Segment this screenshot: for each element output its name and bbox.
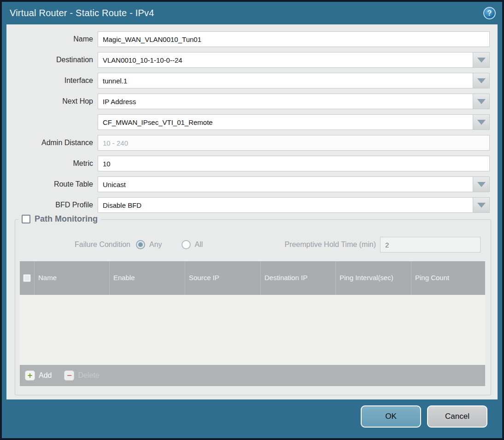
bfd-profile-dropdown-button[interactable]	[473, 198, 489, 212]
preemptive-hold-time-input[interactable]	[380, 237, 481, 252]
destination-label: Destination	[6, 56, 98, 64]
route-table-row: Route Table	[6, 176, 490, 192]
chevron-down-icon	[477, 78, 486, 83]
column-header-ping-interval[interactable]: Ping Interval(sec)	[336, 261, 411, 295]
chevron-down-icon	[477, 58, 486, 63]
table-body	[20, 295, 485, 365]
column-header-destination-ip[interactable]: Destination IP	[261, 261, 336, 295]
preemptive-hold-time-label: Preemptive Hold Time (min)	[285, 241, 376, 249]
destination-dropdown-button[interactable]	[473, 53, 489, 67]
chevron-down-icon	[477, 182, 486, 187]
path-monitoring-table: Name Enable Source IP Destination IP Pin…	[20, 261, 485, 386]
delete-button-label: Delete	[78, 371, 99, 380]
column-header-enable[interactable]: Enable	[110, 261, 185, 295]
path-monitoring-label: Path Monitoring	[35, 214, 98, 224]
failure-condition-label: Failure Condition	[15, 241, 136, 249]
route-table-select[interactable]	[98, 176, 490, 192]
failure-condition-row: Failure Condition Any All Preemptive Hol…	[15, 237, 491, 252]
admin-distance-input[interactable]	[98, 135, 490, 151]
path-monitoring-section: Path Monitoring Failure Condition Any Al…	[15, 219, 491, 395]
failure-condition-all-radio[interactable]	[182, 240, 191, 249]
next-hop-dropdown-button[interactable]	[473, 94, 489, 109]
path-monitoring-legend: Path Monitoring	[18, 214, 101, 224]
bfd-profile-label: BFD Profile	[6, 201, 98, 209]
static-route-dialog: Virtual Router - Static Route - IPv4 ? N…	[0, 0, 504, 440]
delete-button[interactable]: − Delete	[64, 370, 99, 381]
name-input[interactable]	[98, 31, 490, 47]
next-hop-label: Next Hop	[6, 97, 98, 106]
column-header-name[interactable]: Name	[35, 261, 110, 295]
next-hop-address-row	[6, 114, 490, 130]
name-row: Name	[6, 31, 490, 47]
metric-row: Metric	[6, 156, 490, 171]
interface-input[interactable]	[98, 73, 490, 88]
next-hop-address-dropdown-button[interactable]	[473, 115, 489, 129]
destination-row: Destination	[6, 52, 490, 68]
select-all-checkbox[interactable]	[23, 274, 31, 282]
help-icon[interactable]: ?	[483, 7, 496, 19]
dialog-content: Name Destination Interface	[6, 24, 498, 399]
destination-input[interactable]	[98, 52, 490, 68]
next-hop-row: Next Hop	[6, 94, 490, 109]
interface-label: Interface	[6, 76, 98, 85]
radio-dot-icon	[138, 242, 143, 247]
chevron-down-icon	[477, 99, 486, 104]
chevron-down-icon	[477, 203, 486, 208]
chevron-down-icon	[477, 120, 486, 125]
dialog-footer: OK Cancel	[2, 399, 502, 438]
bfd-profile-select[interactable]	[98, 197, 490, 213]
interface-row: Interface	[6, 73, 490, 88]
next-hop-address-input[interactable]	[98, 114, 490, 130]
minus-icon: −	[64, 370, 74, 381]
route-table-dropdown-button[interactable]	[473, 177, 489, 192]
admin-distance-row: Admin Distance	[6, 135, 490, 151]
failure-condition-any-label: Any	[149, 241, 162, 249]
name-label: Name	[6, 35, 98, 43]
static-route-form: Name Destination Interface	[6, 24, 498, 213]
cancel-button[interactable]: Cancel	[427, 405, 487, 428]
ok-button[interactable]: OK	[361, 405, 421, 428]
metric-label: Metric	[6, 159, 98, 168]
column-header-ping-count[interactable]: Ping Count	[411, 261, 485, 295]
table-header: Name Enable Source IP Destination IP Pin…	[20, 261, 485, 295]
admin-distance-label: Admin Distance	[6, 139, 98, 147]
dialog-title: Virtual Router - Static Route - IPv4	[10, 8, 154, 18]
interface-dropdown-button[interactable]	[473, 73, 489, 88]
metric-input[interactable]	[98, 156, 490, 171]
route-table-label: Route Table	[6, 180, 98, 188]
add-button[interactable]: + Add	[25, 370, 52, 381]
plus-icon: +	[25, 370, 35, 381]
dialog-titlebar: Virtual Router - Static Route - IPv4 ?	[2, 2, 502, 24]
next-hop-type-select[interactable]	[98, 94, 490, 109]
table-toolbar: + Add − Delete	[20, 365, 485, 386]
add-button-label: Add	[39, 371, 52, 380]
failure-condition-any-radio[interactable]	[136, 240, 145, 249]
path-monitoring-checkbox[interactable]	[22, 215, 30, 223]
select-all-cell	[20, 261, 35, 295]
column-header-source-ip[interactable]: Source IP	[185, 261, 261, 295]
failure-condition-all-label: All	[195, 241, 203, 249]
bfd-profile-row: BFD Profile	[6, 197, 490, 213]
